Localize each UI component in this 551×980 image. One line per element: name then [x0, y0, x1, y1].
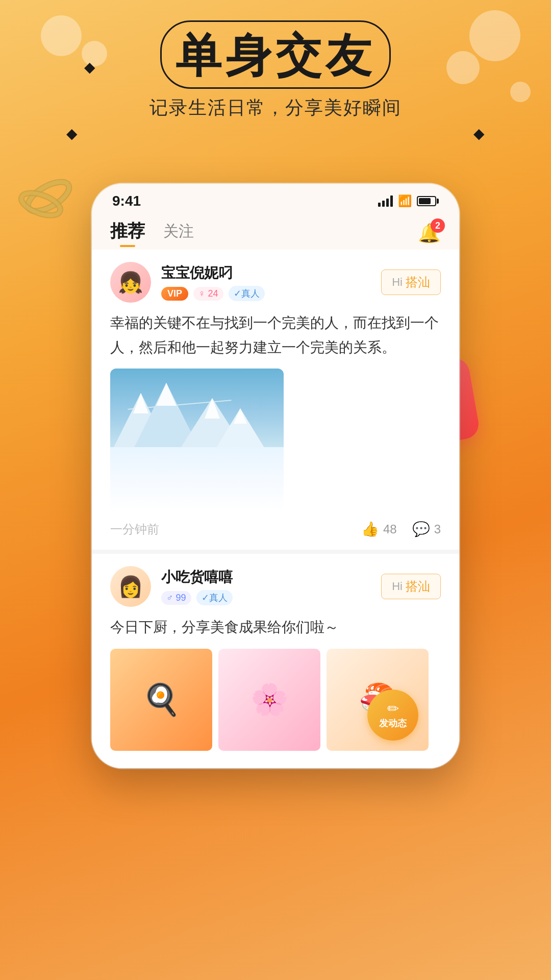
post-header-2: 👩 小吃货嘻嘻 ♂ 99 ✓真人 Hi 搭汕	[110, 566, 441, 607]
post-card-2: 👩 小吃货嘻嘻 ♂ 99 ✓真人 Hi 搭汕 今日下厨，分享美食成果给你	[92, 554, 459, 768]
user-badges-2: ♂ 99 ✓真人	[161, 590, 381, 605]
battery-tip	[437, 199, 439, 204]
post-image-1	[110, 369, 284, 511]
match-btn-text: 搭汕	[406, 274, 430, 290]
wifi-icon: 📶	[398, 194, 412, 208]
fab-label: 发动态	[379, 717, 407, 729]
phone-mockup: 👍 9:41 📶	[92, 184, 459, 768]
nav-tabs: 推荐 关注 🔔 2	[92, 214, 459, 250]
tab-recommended-label: 推荐	[110, 221, 145, 240]
battery-fill	[419, 198, 431, 204]
signal-bar-3	[386, 199, 389, 207]
post-text-1: 幸福的关键不在与找到一个完美的人，而在找到一个人，然后和他一起努力建立一个完美的…	[110, 311, 441, 359]
like-count-1: 48	[383, 522, 397, 536]
match-btn-text-2: 搭汕	[406, 578, 430, 595]
match-button-1[interactable]: Hi 搭汕	[381, 270, 441, 295]
signal-bar-4	[390, 195, 393, 207]
food-image-3: 🍣 ✏ 发动态	[327, 649, 429, 751]
verified-badge-1: ✓真人	[229, 286, 265, 301]
avatar-2: 👩	[110, 566, 151, 607]
gender-badge-1: ♀ 24	[193, 287, 223, 301]
hero-section: ◆ ◆ ◆ 单身交友 记录生活日常，分享美好瞬间	[0, 31, 551, 120]
feed-content: 👧 宝宝倪妮叼 VIP ♀ 24 ✓真人 Hi 搭汕	[92, 250, 459, 768]
signal-bar-1	[378, 203, 381, 207]
user-info-1: 宝宝倪妮叼 VIP ♀ 24 ✓真人	[161, 263, 381, 301]
ring-decoration	[15, 163, 77, 225]
bell-badge: 2	[431, 218, 445, 233]
signal-bar-2	[382, 201, 385, 207]
hero-title-wrapper: 单身交友	[176, 31, 375, 81]
svg-marker-8	[133, 393, 148, 413]
avatar-face-1: 👧	[118, 271, 143, 295]
vip-badge: VIP	[161, 287, 188, 301]
user-info-2: 小吃货嘻嘻 ♂ 99 ✓真人	[161, 568, 381, 605]
fab-icon: ✏	[387, 700, 399, 717]
post-card-1: 👧 宝宝倪妮叼 VIP ♀ 24 ✓真人 Hi 搭汕	[92, 250, 459, 554]
nav-bell[interactable]: 🔔 2	[418, 223, 441, 244]
match-hi-label-2: Hi	[392, 580, 403, 593]
hero-subtitle: 记录生活日常，分享美好瞬间	[0, 95, 551, 120]
post-footer-1: 一分钟前 👍 48 💬 3	[110, 521, 441, 537]
username-2: 小吃货嘻嘻	[161, 568, 381, 587]
food-image-1: 🍳	[110, 649, 212, 751]
verified-badge-2: ✓真人	[196, 590, 233, 605]
comment-icon-1: 💬	[412, 521, 430, 537]
match-button-2[interactable]: Hi 搭汕	[381, 574, 441, 599]
food-image-2: 🌸	[218, 649, 320, 751]
sparkle-icon-2: ◆	[66, 125, 78, 142]
battery-icon	[417, 196, 439, 206]
signal-bars-icon	[378, 195, 393, 207]
post-actions-1: 👍 48 💬 3	[361, 521, 441, 537]
username-1: 宝宝倪妮叼	[161, 263, 381, 283]
status-bar: 9:41 📶	[92, 184, 459, 214]
status-time: 9:41	[112, 193, 141, 209]
battery-body	[417, 196, 436, 206]
avatar-1: 👧	[110, 262, 151, 303]
avatar-face-2: 👩	[118, 575, 143, 599]
snow-ground	[110, 447, 284, 511]
post-text-2: 今日下厨，分享美食成果给你们啦～	[110, 615, 441, 640]
svg-point-3	[18, 188, 63, 219]
tab-following[interactable]: 关注	[163, 221, 194, 246]
sparkle-icon-3: ◆	[473, 125, 485, 142]
tab-recommended[interactable]: 推荐	[110, 219, 145, 247]
like-icon-1: 👍	[361, 521, 379, 537]
post-time-1: 一分钟前	[110, 521, 361, 537]
fab-button[interactable]: ✏ 发动态	[367, 690, 418, 741]
tab-following-label: 关注	[163, 223, 194, 239]
phone-frame: 9:41 📶 推荐	[92, 184, 459, 768]
match-hi-label: Hi	[392, 276, 403, 289]
gender-badge-2: ♂ 99	[161, 591, 191, 605]
post-header-1: 👧 宝宝倪妮叼 VIP ♀ 24 ✓真人 Hi 搭汕	[110, 262, 441, 303]
sparkle-icon-1: ◆	[84, 59, 95, 76]
hero-title: 单身交友	[176, 31, 375, 81]
comment-button-1[interactable]: 💬 3	[412, 521, 441, 537]
status-icons: 📶	[378, 194, 439, 208]
snow-scene	[110, 369, 284, 511]
svg-marker-9	[156, 383, 177, 406]
comment-count-1: 3	[434, 522, 441, 536]
user-badges-1: VIP ♀ 24 ✓真人	[161, 286, 381, 301]
like-button-1[interactable]: 👍 48	[361, 521, 397, 537]
post-images-grid: 🍳 🌸 🍣 ✏ 发动态	[110, 649, 441, 751]
